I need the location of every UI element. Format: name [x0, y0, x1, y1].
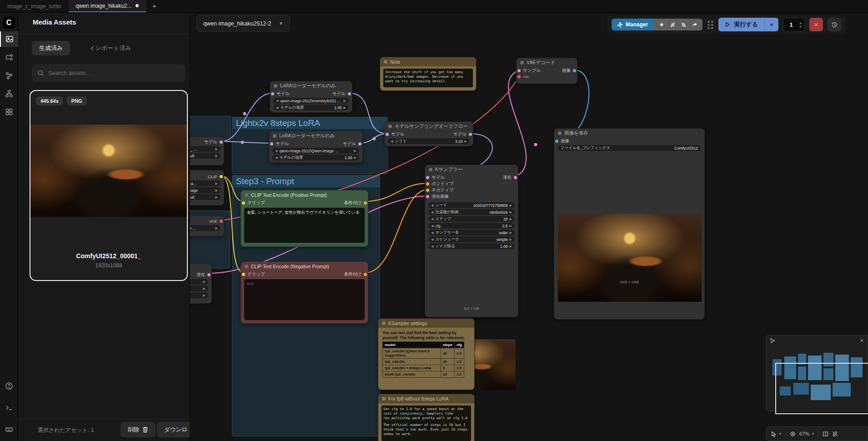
layout-toggle-button[interactable] [823, 431, 828, 437]
run-options-chevron[interactable]: ▼ [765, 22, 778, 27]
delete-button[interactable]: 削除 [120, 422, 156, 437]
widget-filename-prefix[interactable]: ファイル名_プレフィックスComfyUI2512 [558, 145, 701, 151]
arrow-left-icon[interactable]: ◀ [391, 140, 393, 143]
positive-prompt-text[interactable]: 金髪, ショートヘア, 女性が舞台でヴァイオリンを弾いている [244, 208, 365, 243]
widget-shift[interactable]: ◀シフト3.10▶ [388, 138, 470, 144]
image-out-dot[interactable] [573, 69, 576, 72]
asset-search[interactable] [32, 64, 185, 82]
arrow-right-icon[interactable]: ▶ [354, 156, 356, 160]
node-ksampler[interactable]: Kサンプラー モデル 潜在 ポジティブ ネガティブ 潜在画像 ◀シード10201… [425, 165, 518, 317]
widget-sampler-name[interactable]: ◀サンプラー名euler▶ [428, 230, 515, 236]
node-note[interactable]: Note Increase the shift if you get too m… [380, 57, 477, 91]
widget-height[interactable]: 88▶ [190, 286, 208, 291]
arrow-left-icon[interactable]: ◀ [431, 238, 433, 241]
clip-port-dot[interactable] [220, 175, 223, 178]
arrow-right-icon[interactable]: ▶ [216, 154, 218, 158]
model-port-dot[interactable] [220, 140, 223, 144]
arrow-right-icon[interactable]: ▶ [216, 182, 218, 185]
widget-lora-name[interactable]: ◀qwen-image-2512\momistyle251 ...▶ [273, 98, 349, 104]
arrow-right-icon[interactable]: ▶ [344, 99, 346, 103]
arrow-right-icon[interactable]: ▶ [203, 287, 206, 291]
tab-generated[interactable]: 生成済み [32, 41, 70, 55]
arrow-left-icon[interactable]: ◀ [431, 204, 433, 207]
rail-item-nodes[interactable] [0, 68, 18, 83]
node-vae-decode[interactable]: VAEデコード サンプル 画像 vae [516, 58, 577, 84]
arrow-right-icon[interactable]: ▶ [465, 140, 467, 143]
vae-in-dot[interactable] [517, 75, 521, 78]
select-tool-button[interactable]: ▼ [771, 431, 782, 437]
samples-in-dot[interactable] [517, 69, 521, 72]
arrow-left-icon[interactable]: ◀ [431, 231, 433, 235]
download-button[interactable]: ダウンロ [157, 422, 190, 437]
model-out-dot[interactable] [469, 133, 472, 136]
stepper-arrows-icon[interactable]: ▲▼ [799, 21, 804, 28]
model-in-dot[interactable] [271, 92, 274, 95]
widget-width[interactable]: 20▶ [190, 279, 208, 285]
widget-device[interactable]: default▶ [190, 194, 221, 200]
node-empty-latent-fragment[interactable]: 潜在 20▶ 88▶ 1▶ [190, 264, 212, 304]
minimap-panel[interactable]: ✕ [766, 335, 868, 411]
minimap-close-button[interactable]: ✕ [860, 338, 864, 344]
node-lora-loader-1[interactable]: LoRAローダーモデルのみ モデル モデル ◀qwen-image-2512\m… [270, 81, 352, 113]
drag-handle-icon[interactable]: ●●●●●● [707, 20, 714, 29]
collapse-dot[interactable] [274, 84, 277, 88]
latent-image-in-dot[interactable] [426, 195, 429, 198]
model-out-dot[interactable] [358, 142, 361, 145]
terminal-button[interactable] [0, 400, 18, 416]
arrow-left-icon[interactable]: ◀ [431, 224, 433, 228]
rail-item-templates[interactable] [0, 104, 18, 120]
node-clip-text-encode-positive[interactable]: CLIP Text Encode (Positive Prompt) クリップ … [241, 190, 368, 247]
arrow-left-icon[interactable]: ◀ [275, 156, 277, 160]
arrow-left-icon[interactable]: ◀ [276, 106, 278, 110]
positive-in-dot[interactable] [426, 182, 429, 185]
collapse-dot[interactable] [382, 397, 386, 401]
widget-seed[interactable]: ◀シード1020107772750806▶ [428, 202, 515, 208]
run-button[interactable]: 実行する ▼ [718, 18, 778, 31]
widget-lora-name[interactable]: ◀qwen-image-2512\Qwen-Image- ...▶ [272, 148, 359, 154]
latent-port-dot[interactable] [207, 273, 211, 276]
cancel-button[interactable]: ✕ [809, 18, 823, 31]
arrow-right-icon[interactable]: ▶ [510, 210, 512, 214]
collapse-dot[interactable] [382, 321, 386, 325]
widget-steps[interactable]: ◀ステップ20▶ [428, 216, 515, 222]
arrow-left-icon[interactable]: ◀ [431, 245, 433, 248]
shortcuts-button[interactable] [0, 422, 18, 437]
widget-device[interactable]: default▶ [190, 153, 221, 159]
node-save-image[interactable]: 画像を保存 画像 ファイル名_プレフィックスComfyUI2512 1920 ×… [554, 128, 705, 320]
model-in-dot[interactable] [386, 133, 389, 136]
zoom-level-control[interactable]: 67% ▼ [799, 431, 815, 436]
mute-bell-button[interactable] [668, 22, 677, 28]
widget-type[interactable]: n_image▶ [190, 187, 221, 193]
arrow-left-icon[interactable]: ◀ [431, 210, 433, 214]
conditioning-out-dot[interactable] [364, 201, 367, 205]
fit-view-button[interactable] [790, 431, 796, 437]
negative-in-dot[interactable] [426, 189, 429, 192]
node-vae-loader-fragment[interactable]: VAE afete ...▶ [190, 215, 224, 236]
node-model-sampling-auraflow[interactable]: モデルサンプリングオーラフロー モデル モデル ◀シフト3.10▶ [384, 121, 473, 146]
widget-control-after-generate[interactable]: ◀生成後の制御randomize▶ [428, 209, 515, 215]
model-out-dot[interactable] [348, 92, 351, 95]
star-button[interactable]: ★ [657, 21, 666, 28]
widget-weight-dtype[interactable]: _fp8_ ...▶ [190, 146, 221, 152]
latent-out-dot[interactable] [514, 176, 517, 179]
model-in-dot[interactable] [426, 176, 429, 179]
clip-in-dot[interactable] [242, 273, 245, 276]
node-canvas[interactable]: qwen image_hikaku2512-2 ▼ Manager ★ [190, 13, 868, 441]
arrow-right-icon[interactable]: ▶ [510, 204, 512, 207]
widget-clip-name[interactable]: 8_sca...▶ [190, 180, 221, 186]
widget-lora-strength[interactable]: ◀モデルの強度1.00▶ [272, 155, 359, 160]
node-fp8-note[interactable]: For fp8 without 8steps LoRA Set cfg to 1… [378, 394, 475, 441]
minimap-viewport[interactable] [775, 363, 868, 414]
image-in-dot[interactable] [555, 140, 558, 143]
arrow-right-icon[interactable]: ▶ [510, 238, 512, 241]
tab-qwen-image-hikaku[interactable]: qwen image_hikaku2... [69, 0, 146, 12]
model-in-dot[interactable] [270, 142, 273, 145]
negative-prompt-input[interactable] [244, 279, 365, 320]
save-preview-image[interactable] [558, 214, 702, 302]
collapse-dot[interactable] [245, 193, 248, 197]
arrow-right-icon[interactable]: ▶ [203, 280, 206, 284]
vae-port-dot[interactable] [220, 220, 223, 223]
arrow-right-icon[interactable]: ▶ [344, 106, 346, 110]
mute-bell-2-button[interactable] [679, 22, 688, 28]
widget-lora-strength[interactable]: ◀モデルの強度1.00▶ [273, 105, 349, 110]
